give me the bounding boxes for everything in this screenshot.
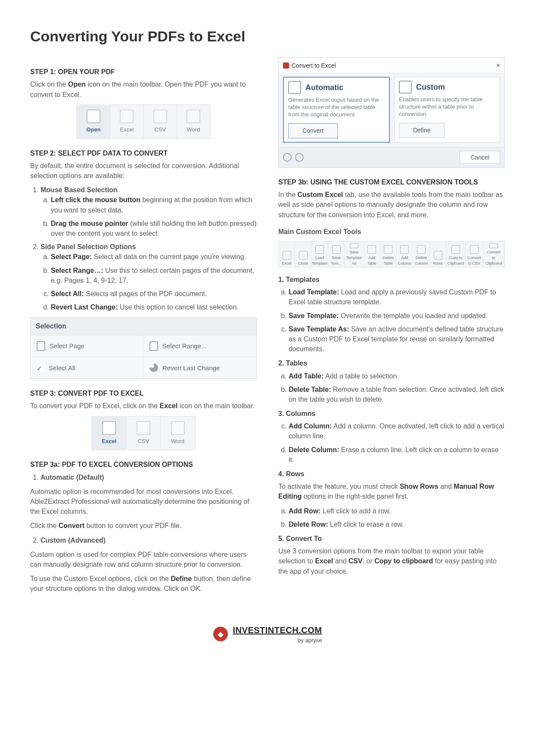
toolbar-open-button[interactable]: Open	[77, 105, 110, 138]
excel-icon	[102, 421, 116, 435]
ribbon-save-template[interactable]: Save Tem...	[328, 241, 345, 267]
delete-column-icon	[417, 245, 426, 254]
word-icon	[171, 421, 185, 435]
open-toolbar: Open Excel CSV Word	[77, 105, 210, 139]
convert-to-excel-dialog: Convert to Excel × Automatic Generates E…	[278, 57, 505, 168]
main-tools-subhead: Main Custom Excel Tools	[278, 227, 505, 237]
step1-text: Click on the Open icon on the main toolb…	[30, 79, 257, 99]
check-icon	[37, 364, 44, 372]
convert-button[interactable]: Convert	[288, 123, 338, 138]
csv-icon	[470, 245, 479, 254]
close-icon	[299, 251, 308, 259]
custom-option[interactable]: Custom Enables users to specify the tabl…	[394, 77, 500, 142]
csv-icon	[153, 109, 167, 123]
select-page-button[interactable]: Select Page	[31, 335, 143, 357]
step3a-opt1-p2: Click the Convert button to convert your…	[30, 521, 257, 531]
ribbon-convert-clipboard[interactable]: Convert to Clipboard	[483, 241, 504, 267]
step2-intro: By default, the entire document is selec…	[30, 161, 257, 181]
selection-panel: Selection Select Page Select Range... Se…	[30, 317, 257, 379]
open-icon	[87, 109, 100, 123]
ribbon-rows[interactable]: Rows	[430, 241, 446, 267]
custom-icon	[399, 81, 412, 94]
footer: ◆ INVESTINTECH.COM by apryse	[30, 624, 505, 645]
step3a-opt1: Automatic (Default)	[40, 472, 257, 482]
define-button[interactable]: Define	[399, 123, 445, 137]
step3a-opt1-p1: Automatic option is recommended for most…	[30, 487, 257, 517]
step1-heading: STEP 1: OPEN YOUR PDF	[30, 67, 257, 77]
sec-columns: 3. Columns Add Column: Add a column. Onc…	[278, 409, 505, 465]
sec-templates: 1. Templates Load Template: Load and app…	[278, 275, 505, 354]
select-all-button[interactable]: Select All	[31, 357, 143, 379]
step3-heading: STEP 3: CONVERT PDF TO EXCEL	[30, 388, 257, 398]
excel-icon	[283, 251, 291, 259]
ribbon-save-template-as[interactable]: Save Template As	[345, 241, 364, 267]
word-icon	[187, 109, 200, 123]
ribbon-add-table[interactable]: Add Table	[364, 241, 380, 267]
load-template-icon	[315, 245, 324, 254]
custom-excel-ribbon: Excel Close Load Template Save Tem... Sa…	[278, 241, 505, 268]
revert-icon	[149, 363, 158, 372]
save-template-icon	[332, 245, 341, 254]
add-table-icon	[367, 245, 376, 254]
close-icon[interactable]: ×	[496, 60, 500, 70]
csv-icon	[137, 421, 150, 435]
app-icon	[283, 62, 289, 69]
toolbar-word-button-2[interactable]: Word	[161, 417, 195, 450]
clipboard-icon	[451, 245, 460, 254]
excel-icon	[120, 109, 134, 123]
ribbon-add-column[interactable]: Add Column	[397, 241, 413, 267]
page-title: Converting Your PDFs to Excel	[30, 26, 505, 47]
footer-site: INVESTINTECH.COM	[233, 624, 322, 637]
right-column: Convert to Excel × Automatic Generates E…	[278, 57, 505, 598]
step2-item1: Mouse Based Selection Left click the mou…	[40, 185, 257, 238]
ribbon-load-template[interactable]: Load Template	[311, 241, 328, 267]
cancel-button[interactable]: Cancel	[460, 151, 500, 164]
toolbar-csv-button[interactable]: CSV	[144, 105, 177, 138]
ribbon-copy-clipboard[interactable]: Copy to Clipboard	[446, 241, 466, 267]
clipboard-icon	[489, 243, 498, 248]
settings-icon[interactable]	[295, 153, 304, 162]
delete-table-icon	[384, 245, 392, 254]
dialog-title: Convert to Excel	[292, 61, 336, 70]
toolbar-word-button[interactable]: Word	[177, 105, 210, 138]
excel-toolbar: Excel CSV Word	[92, 416, 195, 450]
left-column: STEP 1: OPEN YOUR PDF Click on the Open …	[30, 57, 257, 598]
step2-item2: Side Panel Selection Options Select Page…	[40, 242, 257, 312]
automatic-option[interactable]: Automatic Generates Excel ouput based on…	[283, 77, 390, 142]
ribbon-delete-table[interactable]: Delete Table	[380, 241, 397, 267]
step3a-opt2-p1: Custom option is used for complex PDF ta…	[30, 550, 257, 569]
range-icon	[149, 341, 158, 351]
sec-convert-to: 5. Convert To Use 3 conversion options f…	[278, 534, 505, 576]
save-as-icon	[350, 243, 358, 248]
ribbon-delete-column[interactable]: Delete Column	[413, 241, 430, 267]
ribbon-close[interactable]: Close	[295, 241, 311, 267]
select-range-button[interactable]: Select Range...	[143, 335, 256, 357]
footer-byline: by apryse	[233, 637, 322, 645]
page-icon	[37, 341, 45, 351]
ribbon-convert-csv[interactable]: Convert to CSV	[466, 241, 483, 267]
step3a-opt2-p2: To use the Custom Excel options, click o…	[30, 574, 257, 594]
toolbar-csv-button-2[interactable]: CSV	[127, 417, 161, 450]
step3a-opt2: Custom (Advanced)	[40, 535, 257, 545]
step3a-heading: STEP 3a: PDF TO EXCEL CONVERSION OPTIONS	[30, 459, 257, 469]
sec-rows: 4. Rows To activate the feature, you mus…	[278, 469, 505, 529]
footer-logo-icon: ◆	[213, 627, 228, 641]
help-icon[interactable]	[283, 153, 292, 162]
toolbar-excel-button[interactable]: Excel	[110, 105, 143, 138]
rows-icon	[434, 251, 442, 259]
step3-text: To convert your PDF to Excel, click on t…	[30, 401, 257, 411]
step3b-heading: STEP 3b: USING THE CUSTOM EXCEL CONVERSI…	[278, 177, 505, 187]
step2-heading: STEP 2: SELECT PDF DATA TO CONVERT	[30, 148, 257, 158]
step3b-intro: In the Custom Excel tab, use the availab…	[278, 190, 505, 220]
sec-tables: 2. Tables Add Table: Add a table to sele…	[278, 358, 505, 404]
selection-panel-header: Selection	[31, 318, 256, 335]
ribbon-excel[interactable]: Excel	[279, 241, 295, 267]
automatic-icon	[288, 81, 301, 94]
toolbar-excel-button-2[interactable]: Excel	[92, 417, 127, 450]
revert-last-change-button[interactable]: Revert Last Change	[143, 357, 256, 379]
add-column-icon	[400, 245, 409, 254]
